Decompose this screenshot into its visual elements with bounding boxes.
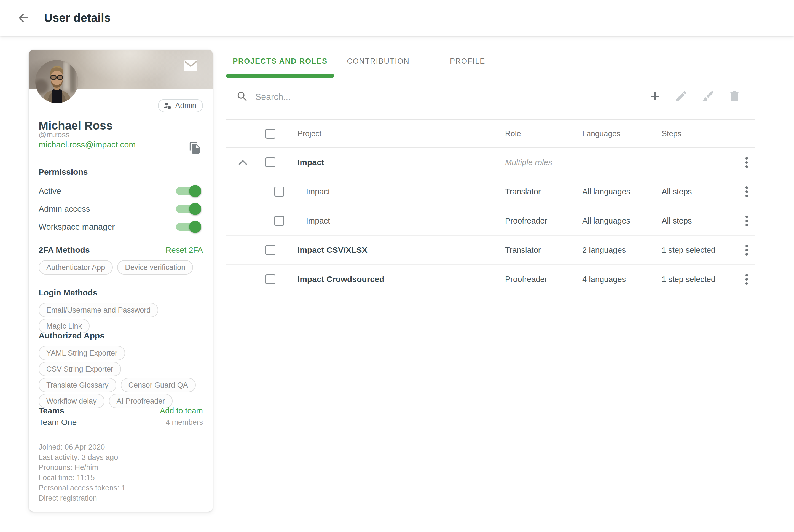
plus-icon xyxy=(648,89,662,103)
add-to-team-link[interactable]: Add to team xyxy=(160,406,203,415)
app-chip: Translate Glossary xyxy=(39,378,116,392)
role-value: Translator xyxy=(505,187,541,196)
permissions-heading: Permissions xyxy=(39,167,203,177)
edit-button[interactable] xyxy=(674,89,688,103)
meta-pronouns: Pronouns: He/him xyxy=(39,462,203,473)
row-menu-button[interactable] xyxy=(740,243,753,256)
twofa-methods: Authenticator App Device verification xyxy=(39,260,203,274)
app-chip: YAML String Exporter xyxy=(39,346,125,360)
add-button[interactable] xyxy=(648,89,662,103)
table-toolbar xyxy=(226,76,755,120)
toggle-label: Admin access xyxy=(39,204,90,214)
table-row[interactable]: Impact Translator All languages All step… xyxy=(226,177,755,207)
steps-value: All steps xyxy=(662,187,692,196)
row-checkbox[interactable] xyxy=(274,216,284,226)
row-checkbox[interactable] xyxy=(274,187,284,196)
project-name: Impact xyxy=(306,187,330,196)
trash-icon xyxy=(727,89,741,103)
send-email-button[interactable] xyxy=(184,59,198,72)
languages-value: All languages xyxy=(582,216,630,226)
role-value: Proofreader xyxy=(505,275,547,284)
steps-value: All steps xyxy=(662,216,692,226)
twofa-method-chip: Device verification xyxy=(117,260,193,274)
row-menu-button[interactable] xyxy=(740,272,753,286)
steps-value: 1 step selected xyxy=(662,246,715,255)
row-menu-button[interactable] xyxy=(740,156,753,169)
search-input[interactable] xyxy=(255,89,503,104)
workspace-manager-toggle[interactable] xyxy=(175,221,201,233)
languages-value: 4 languages xyxy=(582,275,626,284)
column-header-project: Project xyxy=(298,129,321,138)
column-header-steps: Steps xyxy=(662,129,681,138)
search-icon xyxy=(236,90,249,103)
clear-filters-button[interactable] xyxy=(701,89,715,103)
page-title: User details xyxy=(44,11,111,24)
team-members-count: 4 members xyxy=(166,418,203,427)
role-value: Proofreader xyxy=(505,216,547,226)
user-handle: @m.ross xyxy=(39,130,203,139)
toggle-row-active: Active xyxy=(39,182,203,200)
project-name: Impact xyxy=(298,158,324,167)
meta-local-time: Local time: 11:15 xyxy=(39,473,203,483)
project-name: Impact xyxy=(306,216,330,226)
admin-badge: Admin xyxy=(158,99,203,112)
role-value: Translator xyxy=(505,246,541,255)
chevron-up-icon xyxy=(238,159,248,166)
column-header-role: Role xyxy=(505,129,521,138)
twofa-header: 2FA Methods Reset 2FA xyxy=(39,245,203,255)
meta-access-tokens: Personal access tokens: 1 xyxy=(39,483,203,493)
row-menu-button[interactable] xyxy=(740,185,753,198)
authorized-apps: YAML String Exporter CSV String Exporter… xyxy=(39,346,203,408)
twofa-method-chip: Authenticator App xyxy=(39,260,113,274)
row-menu-button[interactable] xyxy=(740,214,753,227)
steps-value: 1 step selected xyxy=(662,275,715,284)
table-row[interactable]: Impact Proofreader All languages All ste… xyxy=(226,207,755,236)
active-toggle[interactable] xyxy=(175,185,201,197)
pencil-icon xyxy=(674,89,688,103)
admin-badge-label: Admin xyxy=(175,101,196,110)
row-checkbox[interactable] xyxy=(265,274,276,284)
delete-button[interactable] xyxy=(727,89,741,103)
meta-last-activity: Last activity: 3 days ago xyxy=(39,452,203,462)
teams-header: Teams Add to team xyxy=(39,406,203,416)
team-list-item[interactable]: Team One 4 members xyxy=(39,418,203,427)
avatar-photo xyxy=(35,60,78,103)
admin-access-toggle[interactable] xyxy=(175,203,201,215)
toggle-row-admin-access: Admin access xyxy=(39,200,203,218)
brush-icon xyxy=(701,89,715,103)
table-row[interactable]: Impact CSV/XLSX Translator 2 languages 1… xyxy=(226,236,755,265)
mail-icon xyxy=(184,59,198,72)
column-header-languages: Languages xyxy=(582,129,621,138)
copy-email-button[interactable] xyxy=(188,141,202,155)
user-meta: Joined: 06 Apr 2020 Last activity: 3 day… xyxy=(39,442,203,504)
copy-icon xyxy=(189,141,201,154)
role-value: Multiple roles xyxy=(505,158,552,167)
row-checkbox[interactable] xyxy=(265,245,276,255)
toggle-label: Active xyxy=(39,186,61,196)
app-header: User details xyxy=(0,0,794,36)
admin-person-gear-icon xyxy=(163,101,172,110)
select-all-checkbox[interactable] xyxy=(265,129,276,139)
collapse-row-button[interactable] xyxy=(238,159,248,166)
app-chip: Censor Guard QA xyxy=(121,378,196,392)
languages-value: All languages xyxy=(582,187,630,196)
permissions-toggles: Active Admin access Workspace manager xyxy=(39,182,203,236)
authorized-apps-heading: Authorized Apps xyxy=(39,331,203,341)
back-button[interactable] xyxy=(16,10,31,26)
table-row[interactable]: Impact Crowdsourced Proofreader 4 langua… xyxy=(226,265,755,294)
user-email-link[interactable]: michael.ross@impact.com xyxy=(39,139,203,150)
tab-profile[interactable]: PROFILE xyxy=(422,47,513,76)
row-checkbox[interactable] xyxy=(265,157,276,167)
avatar xyxy=(35,60,78,103)
table-row[interactable]: Impact Multiple roles xyxy=(226,148,755,177)
project-name: Impact Crowdsourced xyxy=(298,274,384,284)
tab-contribution[interactable]: CONTRIBUTION xyxy=(334,47,422,76)
back-arrow-icon xyxy=(17,11,30,24)
toggle-label: Workspace manager xyxy=(39,222,115,231)
reset-2fa-link[interactable]: Reset 2FA xyxy=(166,246,203,255)
projects-panel: PROJECTS AND ROLES CONTRIBUTION PROFILE xyxy=(226,47,755,294)
table-header-row: Project Role Languages Steps xyxy=(226,120,755,148)
tab-projects-and-roles[interactable]: PROJECTS AND ROLES xyxy=(226,47,334,76)
teams-heading: Teams xyxy=(39,406,64,416)
meta-registration: Direct registration xyxy=(39,493,203,504)
